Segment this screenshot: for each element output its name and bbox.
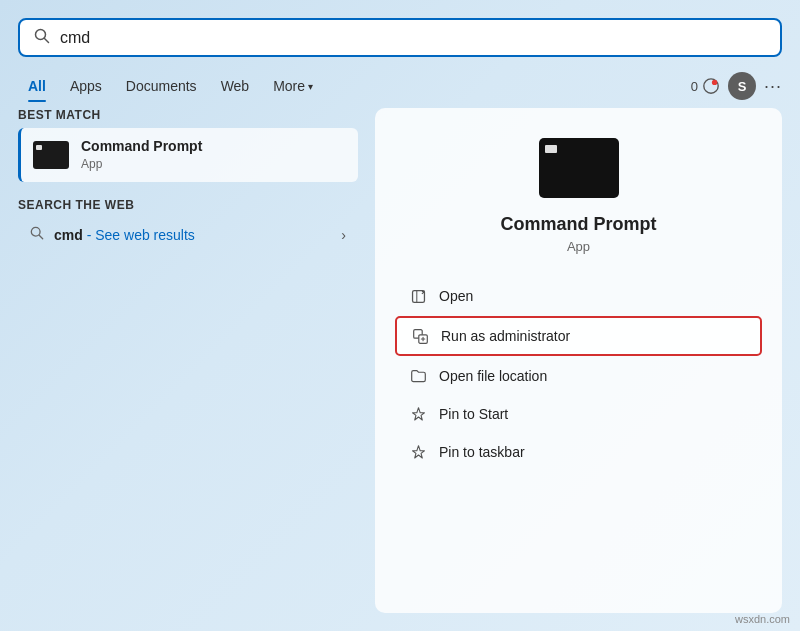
action-open-label: Open [439, 288, 473, 304]
search-icon [34, 28, 50, 47]
action-list: Open Run as administrator Open file loca… [395, 278, 762, 470]
svg-line-1 [45, 39, 49, 43]
web-result-item[interactable]: cmd - See web results › [18, 218, 358, 251]
tab-more[interactable]: More ▾ [263, 72, 323, 100]
right-panel: Command Prompt App Open R [375, 108, 782, 613]
notification-count: 0 [691, 77, 720, 95]
app-title: Command Prompt [500, 214, 656, 235]
command-prompt-text: Command Prompt App [81, 138, 202, 172]
action-open[interactable]: Open [395, 278, 762, 314]
app-subtitle: App [567, 239, 590, 254]
watermark: wsxdn.com [735, 613, 790, 625]
chevron-down-icon: ▾ [308, 81, 313, 92]
open-icon [409, 287, 427, 305]
action-run-as-admin-label: Run as administrator [441, 328, 570, 344]
search-web-label: Search the web [18, 198, 358, 212]
avatar[interactable]: S [728, 72, 756, 100]
action-pin-to-taskbar-label: Pin to taskbar [439, 444, 525, 460]
search-bar[interactable] [18, 18, 782, 57]
pin-start-icon [409, 405, 427, 423]
more-options-button[interactable]: ··· [764, 76, 782, 97]
web-result-text: cmd - See web results [54, 227, 195, 243]
search-input[interactable] [60, 29, 766, 47]
svg-point-3 [712, 80, 717, 85]
action-pin-to-start[interactable]: Pin to Start [395, 396, 762, 432]
pin-taskbar-icon [409, 443, 427, 461]
left-panel: Best match Command Prompt App Search the… [18, 108, 358, 613]
web-result-arrow: › [341, 227, 346, 243]
tab-documents[interactable]: Documents [116, 72, 207, 100]
folder-icon [409, 367, 427, 385]
svg-line-5 [39, 235, 43, 239]
action-pin-to-taskbar[interactable]: Pin to taskbar [395, 434, 762, 470]
action-open-file-location-label: Open file location [439, 368, 547, 384]
admin-icon [411, 327, 429, 345]
command-prompt-icon [33, 141, 69, 169]
tab-all[interactable]: All [18, 72, 56, 100]
svg-rect-6 [412, 290, 424, 302]
web-search-icon [30, 226, 44, 243]
action-open-file-location[interactable]: Open file location [395, 358, 762, 394]
tab-apps[interactable]: Apps [60, 72, 112, 100]
tab-right-actions: 0 S ··· [691, 72, 782, 100]
action-pin-to-start-label: Pin to Start [439, 406, 508, 422]
tab-web[interactable]: Web [211, 72, 260, 100]
action-run-as-admin[interactable]: Run as administrator [395, 316, 762, 356]
command-prompt-result[interactable]: Command Prompt App [18, 128, 358, 182]
best-match-label: Best match [18, 108, 358, 122]
app-icon-large [539, 138, 619, 198]
tabs-bar: All Apps Documents Web More ▾ 0 S ··· [18, 72, 782, 100]
